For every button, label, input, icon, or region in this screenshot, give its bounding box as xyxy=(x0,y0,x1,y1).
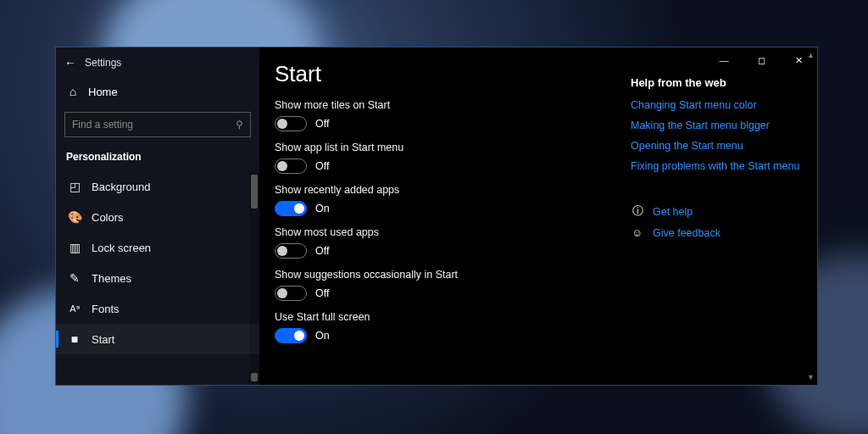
setting-suggestions: Show suggestions occasionally in Start O… xyxy=(275,269,631,301)
sidebar-category: Personalization xyxy=(56,147,259,171)
content-area: — ◻ ✕ Start Show more tiles on Start Off… xyxy=(259,47,817,385)
help-link[interactable]: Changing Start menu color xyxy=(631,99,804,111)
toggle-state: Off xyxy=(315,118,329,130)
setting-recently-added: Show recently added apps On xyxy=(275,184,631,216)
give-feedback-label: Give feedback xyxy=(653,227,721,239)
settings-window: ← Settings ⌂ Home Find a setting ⚲ Perso… xyxy=(55,47,818,386)
scrollbar-thumb[interactable] xyxy=(251,175,258,209)
toggle-recently-added[interactable] xyxy=(275,201,307,216)
setting-label: Show recently added apps xyxy=(275,184,631,196)
setting-label: Show more tiles on Start xyxy=(275,99,631,111)
toggle-show-app-list[interactable] xyxy=(275,159,307,174)
get-help-link[interactable]: ⓘ Get help xyxy=(631,204,804,219)
sidebar-item-label: Start xyxy=(92,333,114,346)
search-placeholder: Find a setting xyxy=(72,119,133,131)
window-title: Settings xyxy=(85,57,121,69)
toggle-show-more-tiles[interactable] xyxy=(275,116,307,131)
sidebar-item-label: Themes xyxy=(92,272,131,285)
fonts-icon: Aᵃ xyxy=(68,302,81,315)
feedback-icon: ☺ xyxy=(631,227,644,239)
toggle-state: On xyxy=(315,203,330,214)
setting-label: Use Start full screen xyxy=(275,311,631,323)
setting-label: Show suggestions occasionally in Start xyxy=(275,269,631,281)
scroll-down-icon[interactable]: ▼ xyxy=(807,373,815,381)
main-panel: Start Show more tiles on Start Off Show … xyxy=(259,47,631,385)
setting-label: Show app list in Start menu xyxy=(275,142,631,153)
setting-label: Show most used apps xyxy=(275,226,631,238)
sidebar-item-lockscreen[interactable]: ▥ Lock screen xyxy=(56,232,259,263)
get-help-label: Get help xyxy=(653,206,693,218)
sidebar-item-start[interactable]: ■ Start xyxy=(56,324,259,354)
setting-most-used: Show most used apps Off xyxy=(275,226,631,259)
sidebar-item-label: Colors xyxy=(92,211,124,224)
sidebar: ← Settings ⌂ Home Find a setting ⚲ Perso… xyxy=(56,47,259,385)
sidebar-item-themes[interactable]: ✎ Themes xyxy=(56,263,259,293)
help-link[interactable]: Fixing problems with the Start menu xyxy=(631,160,804,172)
scroll-up-icon[interactable]: ▲ xyxy=(807,51,815,59)
page-title: Start xyxy=(275,61,631,87)
content-scrollbar[interactable]: ▲ ▼ xyxy=(805,47,817,385)
sidebar-item-background[interactable]: ◰ Background xyxy=(56,171,259,202)
sidebar-scrollbar[interactable] xyxy=(249,171,259,385)
toggle-state: On xyxy=(315,330,330,342)
search-icon: ⚲ xyxy=(236,119,243,131)
back-button[interactable]: ← xyxy=(64,56,85,70)
home-icon: ⌂ xyxy=(66,85,80,98)
setting-show-more-tiles: Show more tiles on Start Off xyxy=(275,99,631,131)
give-feedback-link[interactable]: ☺ Give feedback xyxy=(631,227,804,239)
titlebar: ← Settings xyxy=(56,47,259,78)
help-link[interactable]: Opening the Start menu xyxy=(631,140,804,152)
sidebar-item-label: Fonts xyxy=(92,303,120,315)
help-link[interactable]: Making the Start menu bigger xyxy=(631,120,804,131)
scrollbar-thumb[interactable] xyxy=(251,373,258,381)
setting-show-app-list: Show app list in Start menu Off xyxy=(275,142,631,174)
background-icon: ◰ xyxy=(68,180,81,193)
sidebar-item-fonts[interactable]: Aᵃ Fonts xyxy=(56,293,259,324)
toggle-state: Off xyxy=(315,160,329,172)
colors-icon: 🎨 xyxy=(68,210,81,224)
sidebar-item-colors[interactable]: 🎨 Colors xyxy=(56,202,259,232)
toggle-most-used[interactable] xyxy=(275,243,307,259)
maximize-button[interactable]: ◻ xyxy=(743,47,780,73)
setting-full-screen: Use Start full screen On xyxy=(275,311,631,343)
lockscreen-icon: ▥ xyxy=(68,241,81,254)
search-input[interactable]: Find a setting ⚲ xyxy=(64,112,251,137)
start-icon: ■ xyxy=(68,332,81,346)
toggle-state: Off xyxy=(315,245,329,257)
help-heading: Help from the web xyxy=(631,76,804,89)
home-label: Home xyxy=(88,86,118,98)
toggle-suggestions[interactable] xyxy=(275,286,307,301)
sidebar-item-label: Lock screen xyxy=(92,242,151,254)
toggle-full-screen[interactable] xyxy=(275,328,307,343)
sidebar-home[interactable]: ⌂ Home xyxy=(56,78,259,105)
minimize-button[interactable]: — xyxy=(705,47,743,73)
sidebar-nav: ◰ Background 🎨 Colors ▥ Lock screen ✎ Th… xyxy=(56,171,259,385)
help-icon: ⓘ xyxy=(631,204,644,219)
sidebar-item-label: Background xyxy=(92,181,150,193)
themes-icon: ✎ xyxy=(68,271,81,285)
toggle-state: Off xyxy=(315,287,329,299)
window-controls: — ◻ ✕ xyxy=(705,47,817,73)
help-panel: Help from the web Changing Start menu co… xyxy=(631,47,817,385)
